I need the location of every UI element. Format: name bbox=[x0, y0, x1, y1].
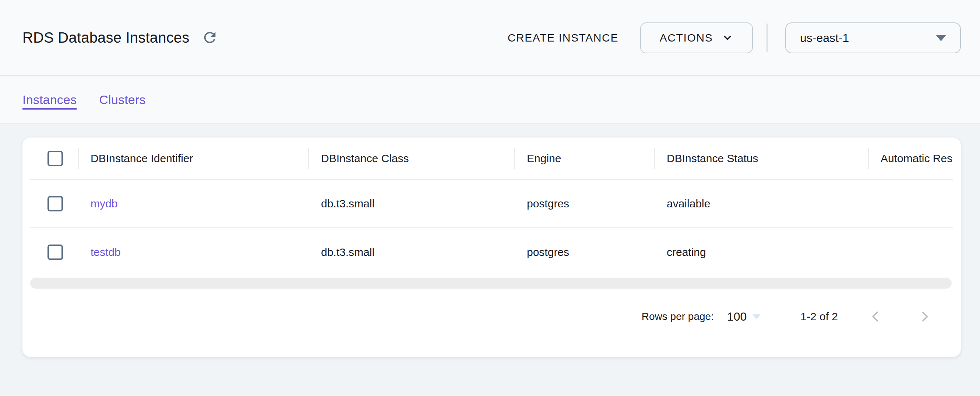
column-header-class: DBInstance Class bbox=[308, 138, 514, 179]
instances-table-card: DBInstance Identifier DBInstance Class E… bbox=[22, 138, 961, 357]
cell-status: available bbox=[654, 180, 868, 227]
refresh-button[interactable] bbox=[200, 28, 219, 47]
column-header-engine: Engine bbox=[514, 138, 654, 179]
chevron-left-icon bbox=[868, 309, 883, 324]
title-group: RDS Database Instances bbox=[22, 28, 219, 47]
previous-page-button[interactable] bbox=[864, 305, 887, 328]
rows-per-page-select[interactable]: 100 bbox=[727, 310, 760, 323]
page-title: RDS Database Instances bbox=[22, 29, 189, 46]
top-bar: RDS Database Instances CREATE INSTANCE A… bbox=[0, 0, 980, 76]
refresh-icon bbox=[201, 29, 218, 46]
table-header-row: DBInstance Identifier DBInstance Class E… bbox=[30, 138, 953, 180]
chevron-right-icon bbox=[917, 309, 932, 324]
cell-automatic bbox=[868, 228, 953, 276]
chevron-down-icon bbox=[722, 32, 733, 44]
actions-button-label: ACTIONS bbox=[660, 32, 713, 44]
caret-down-icon bbox=[752, 314, 760, 319]
cell-class: db.t3.small bbox=[308, 180, 514, 227]
row-checkbox[interactable] bbox=[48, 196, 63, 211]
tab-bar: Instances Clusters bbox=[0, 76, 980, 124]
column-header-identifier: DBInstance Identifier bbox=[78, 138, 308, 179]
toolbar-divider bbox=[767, 24, 768, 52]
rows-per-page-label: Rows per page: bbox=[642, 311, 714, 322]
pagination-range: 1-2 of 2 bbox=[800, 310, 838, 323]
caret-down-icon bbox=[936, 35, 946, 41]
cell-automatic bbox=[868, 180, 953, 227]
tab-clusters[interactable]: Clusters bbox=[99, 93, 145, 107]
instances-table: DBInstance Identifier DBInstance Class E… bbox=[30, 138, 953, 276]
topbar-actions: CREATE INSTANCE ACTIONS us-east-1 bbox=[508, 0, 961, 76]
instance-link[interactable]: testdb bbox=[78, 228, 308, 276]
region-select[interactable]: us-east-1 bbox=[785, 22, 961, 53]
column-header-status: DBInstance Status bbox=[654, 138, 868, 179]
region-select-value: us-east-1 bbox=[800, 31, 936, 45]
create-instance-button[interactable]: CREATE INSTANCE bbox=[508, 32, 619, 44]
row-checkbox[interactable] bbox=[48, 244, 63, 260]
next-page-button[interactable] bbox=[913, 305, 937, 328]
rows-per-page-value: 100 bbox=[727, 310, 746, 323]
instance-link[interactable]: mydb bbox=[78, 180, 308, 227]
select-all-checkbox[interactable] bbox=[48, 151, 63, 166]
cell-status: creating bbox=[654, 228, 868, 276]
tab-instances[interactable]: Instances bbox=[22, 93, 76, 107]
pagination-bar: Rows per page: 100 1-2 of 2 bbox=[22, 288, 961, 345]
cell-class: db.t3.small bbox=[308, 228, 514, 276]
column-header-automatic: Automatic Res bbox=[868, 138, 953, 179]
cell-engine: postgres bbox=[514, 228, 654, 276]
actions-button[interactable]: ACTIONS bbox=[640, 22, 753, 53]
horizontal-scrollbar[interactable] bbox=[30, 277, 951, 288]
table-row: mydb db.t3.small postgres available bbox=[30, 180, 953, 228]
table-row: testdb db.t3.small postgres creating bbox=[30, 228, 953, 276]
cell-engine: postgres bbox=[514, 180, 654, 227]
